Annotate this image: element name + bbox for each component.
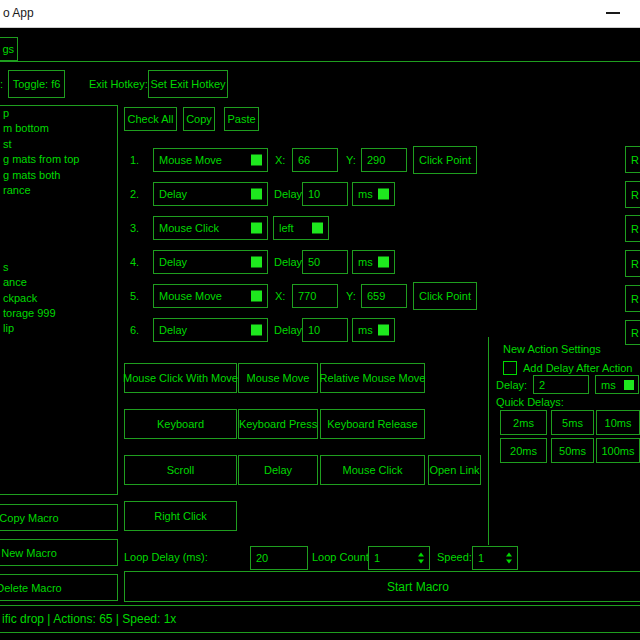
remove-action-label: R [631, 189, 639, 201]
delete-macro-button[interactable]: Delete Macro [0, 574, 118, 601]
button-label: Mouse Move [247, 372, 310, 384]
remove-action-button[interactable]: R [625, 181, 640, 208]
add-scroll-button[interactable]: Scroll [124, 455, 237, 485]
remove-action-button[interactable]: R [625, 285, 640, 312]
remove-action-button[interactable]: R [625, 215, 640, 242]
hotkey-label-cut: : [0, 78, 3, 90]
spinner-up-icon[interactable] [506, 553, 512, 557]
add-keyboard-release-button[interactable]: Keyboard Release [320, 409, 425, 439]
quick-delay-20ms-button[interactable]: 20ms [500, 438, 547, 463]
speed-stepper[interactable]: 1 [472, 546, 518, 570]
macro-list-item[interactable]: lip [1, 321, 116, 336]
copy-actions-button[interactable]: Copy [183, 107, 215, 131]
quick-delay-50ms-button[interactable]: 50ms [551, 438, 594, 463]
macro-list-item[interactable]: m bottom [1, 121, 116, 136]
button-label: Mouse Click With Move [123, 372, 238, 384]
macro-list-item[interactable] [1, 229, 116, 244]
macro-list-item[interactable] [1, 198, 116, 213]
button-label: Keyboard [157, 418, 204, 430]
add-keyboard-press-button[interactable]: Keyboard Press [238, 409, 318, 439]
macro-list-item[interactable] [1, 214, 116, 229]
macro-list[interactable]: p m bottom st g mats from top g mats bot… [0, 105, 118, 495]
x-coordinate-input[interactable] [292, 148, 338, 172]
minimize-icon[interactable] [606, 12, 620, 14]
action-type-dropdown[interactable]: Mouse Click [153, 216, 268, 240]
click-point-button[interactable]: Click Point [413, 146, 477, 174]
macro-list-item[interactable]: torage 999 [1, 306, 116, 321]
quick-delay-100ms-button[interactable]: 100ms [596, 438, 640, 463]
macro-list-item[interactable]: g mats from top [1, 152, 116, 167]
delay-value-input[interactable] [302, 182, 348, 206]
toggle-hotkey-button[interactable]: Toggle: f6 [8, 70, 65, 98]
delay-unit-dropdown[interactable]: ms [352, 318, 395, 342]
remove-action-label: R [631, 223, 639, 235]
set-exit-hotkey-button[interactable]: Set Exit Hotkey [148, 70, 228, 98]
y-label: Y: [346, 290, 356, 302]
macro-list-item[interactable]: st [1, 137, 116, 152]
tab-settings[interactable]: gs [0, 37, 18, 61]
delay-unit-dropdown[interactable]: ms [352, 250, 395, 274]
new-macro-button[interactable]: New Macro [0, 539, 118, 566]
button-label: 10ms [605, 417, 632, 429]
macro-list-item[interactable]: ckpack [1, 291, 116, 306]
x-label: X: [275, 154, 285, 166]
macro-list-item[interactable]: rance [1, 183, 116, 198]
quick-delay-10ms-button[interactable]: 10ms [596, 410, 640, 435]
spinner-down-icon[interactable] [418, 560, 424, 564]
action-type-dropdown[interactable]: Delay [153, 318, 268, 342]
add-mouse-click-button[interactable]: Mouse Click [320, 455, 425, 485]
macro-list-item[interactable]: p [1, 106, 116, 121]
vertical-divider [488, 337, 489, 545]
remove-action-button[interactable]: R [625, 250, 640, 277]
add-right-click-button[interactable]: Right Click [124, 501, 237, 531]
x-coordinate-input[interactable] [292, 284, 338, 308]
loop-delay-input[interactable] [250, 546, 308, 570]
delay-value-input[interactable] [302, 318, 348, 342]
set-exit-hotkey-label: Set Exit Hotkey [150, 78, 225, 90]
macro-list-item[interactable] [1, 245, 116, 260]
macro-list-item[interactable]: s [1, 260, 116, 275]
copy-macro-button[interactable]: Copy Macro [0, 504, 118, 531]
paste-actions-label: Paste [227, 113, 255, 125]
action-type-dropdown[interactable]: Mouse Move [153, 284, 268, 308]
add-mouse-click-with-move-button[interactable]: Mouse Click With Move [124, 363, 237, 393]
check-all-button[interactable]: Check All [124, 107, 177, 131]
delay-unit-dropdown[interactable]: ms [352, 182, 395, 206]
nas-delay-input[interactable] [533, 375, 589, 394]
click-point-button[interactable]: Click Point [413, 282, 477, 310]
button-label: 50ms [559, 445, 586, 457]
add-keyboard-button[interactable]: Keyboard [124, 409, 237, 439]
nas-delay-unit-dropdown[interactable]: ms [595, 375, 639, 394]
add-delay-button[interactable]: Delay [238, 455, 318, 485]
loop-count-stepper[interactable]: 1 [368, 546, 430, 570]
action-type-dropdown[interactable]: Delay [153, 182, 268, 206]
button-label: Keyboard Release [327, 418, 418, 430]
paste-actions-button[interactable]: Paste [224, 107, 259, 131]
dropdown-square-icon [312, 223, 323, 234]
macro-list-item[interactable]: g mats both [1, 168, 116, 183]
action-type-value: Delay [159, 188, 187, 200]
action-type-dropdown[interactable]: Delay [153, 250, 268, 274]
macro-list-item[interactable]: ance [1, 275, 116, 290]
y-coordinate-input[interactable] [361, 148, 407, 172]
add-mouse-move-button[interactable]: Mouse Move [238, 363, 318, 393]
add-relative-mouse-move-button[interactable]: Relative Mouse Move [320, 363, 425, 393]
mouse-button-value: left [279, 222, 294, 234]
start-macro-button[interactable]: Start Macro [124, 571, 640, 602]
add-delay-after-action-label: Add Delay After Action [523, 362, 632, 374]
add-delay-after-action-checkbox[interactable] [503, 361, 517, 375]
y-coordinate-input[interactable] [361, 284, 407, 308]
action-type-dropdown[interactable]: Mouse Move [153, 148, 268, 172]
add-open-link-button[interactable]: Open Link [428, 455, 481, 485]
spinner-down-icon[interactable] [506, 560, 512, 564]
quick-delay-2ms-button[interactable]: 2ms [500, 410, 547, 435]
action-type-value: Mouse Move [159, 154, 222, 166]
window-title: o App [3, 6, 34, 20]
quick-delay-5ms-button[interactable]: 5ms [551, 410, 594, 435]
delay-value-input[interactable] [302, 250, 348, 274]
delay-unit-value: ms [358, 256, 373, 268]
remove-action-button[interactable]: R [625, 320, 640, 345]
remove-action-button[interactable]: R [625, 146, 640, 173]
mouse-button-dropdown[interactable]: left [273, 216, 329, 240]
spinner-up-icon[interactable] [418, 553, 424, 557]
